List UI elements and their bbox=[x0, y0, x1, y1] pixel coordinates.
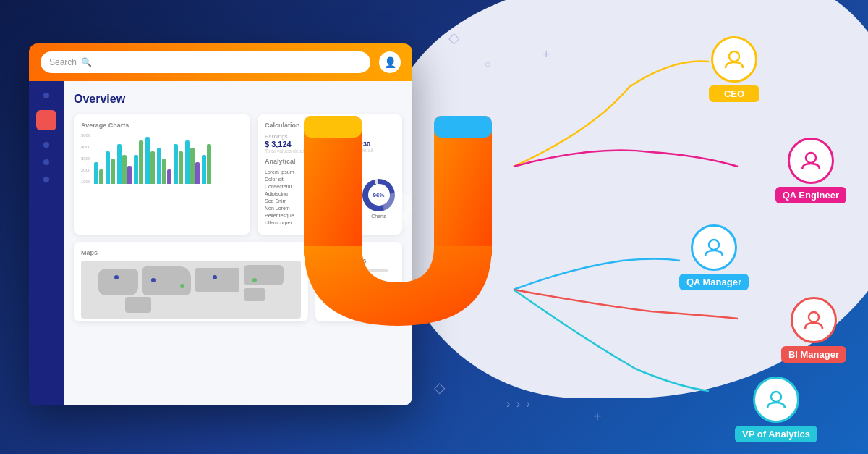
bar-group-9 bbox=[202, 144, 211, 184]
deco-arrows: › › › bbox=[506, 398, 532, 411]
deco-plus-1: + bbox=[542, 47, 550, 62]
dash-header: Search 🔍 👤 bbox=[29, 43, 412, 81]
bar-group-5 bbox=[145, 137, 155, 184]
bar-group-4 bbox=[134, 140, 143, 184]
average-charts-card: Average Charts 5000 4000 3000 2000 1000 bbox=[74, 114, 250, 235]
qa-engineer-node: QA Engineer bbox=[775, 138, 846, 203]
qa-manager-node: QA Manager bbox=[679, 224, 749, 290]
qa-manager-label: QA Manager bbox=[679, 274, 749, 290]
svg-point-5 bbox=[387, 212, 409, 230]
ceo-avatar bbox=[711, 36, 757, 83]
map-dot-1 bbox=[114, 275, 119, 279]
search-bar[interactable]: Search 🔍 bbox=[41, 51, 370, 73]
bar-chart: 5000 4000 3000 2000 1000 bbox=[81, 133, 243, 184]
ceo-label: CEO bbox=[709, 85, 760, 102]
ceo-node: CEO bbox=[709, 36, 760, 102]
maps-title: Maps bbox=[81, 249, 301, 256]
vp-analytics-label: VP of Analytics bbox=[735, 426, 817, 442]
bar-group-3 bbox=[117, 144, 132, 184]
svg-point-10 bbox=[771, 392, 781, 402]
user-avatar[interactable]: 👤 bbox=[379, 51, 401, 73]
svg-rect-3 bbox=[434, 116, 492, 138]
sidebar-item-4[interactable] bbox=[43, 177, 49, 182]
bar-group-8 bbox=[185, 140, 200, 184]
svg-rect-2 bbox=[304, 116, 362, 138]
avg-charts-title: Average Charts bbox=[81, 122, 243, 129]
qa-mgr-avatar bbox=[691, 224, 737, 271]
map-dot-3 bbox=[180, 284, 184, 288]
bi-mgr-avatar bbox=[791, 297, 837, 343]
bar-group-6 bbox=[157, 148, 171, 184]
qa-engineer-label: QA Engineer bbox=[775, 187, 846, 203]
deco-circle-1: ○ bbox=[485, 58, 490, 70]
vp-analytics-node: VP of Analytics bbox=[735, 377, 817, 442]
sidebar-item-3[interactable] bbox=[43, 159, 49, 165]
bar-group-7 bbox=[174, 144, 183, 184]
search-placeholder: Search bbox=[49, 57, 77, 67]
vp-avatar bbox=[753, 377, 799, 423]
magnet bbox=[282, 101, 514, 336]
maps-card: Maps bbox=[74, 242, 308, 321]
bar-group-1 bbox=[94, 162, 103, 184]
sidebar-item-active[interactable] bbox=[36, 110, 56, 130]
bar-group-2 bbox=[106, 151, 115, 184]
svg-point-8 bbox=[709, 240, 719, 250]
dash-sidebar bbox=[29, 81, 64, 405]
deco-diamond-1: ◇ bbox=[448, 29, 459, 46]
sidebar-item-2[interactable] bbox=[43, 142, 49, 148]
sidebar-item-1[interactable] bbox=[43, 93, 49, 98]
bi-manager-label: BI Manager bbox=[781, 346, 846, 363]
svg-point-9 bbox=[809, 312, 819, 322]
svg-point-6 bbox=[729, 51, 739, 62]
org-chart: CEO QA Engineer QA Manager BI Ma bbox=[615, 22, 861, 434]
deco-diamond-2: ◇ bbox=[434, 379, 445, 396]
bi-manager-node: BI Manager bbox=[781, 297, 846, 363]
svg-point-7 bbox=[806, 153, 816, 163]
map-background bbox=[81, 261, 301, 319]
search-icon: 🔍 bbox=[81, 57, 92, 67]
deco-plus-2: + bbox=[593, 408, 602, 425]
qa-eng-avatar bbox=[788, 138, 834, 184]
